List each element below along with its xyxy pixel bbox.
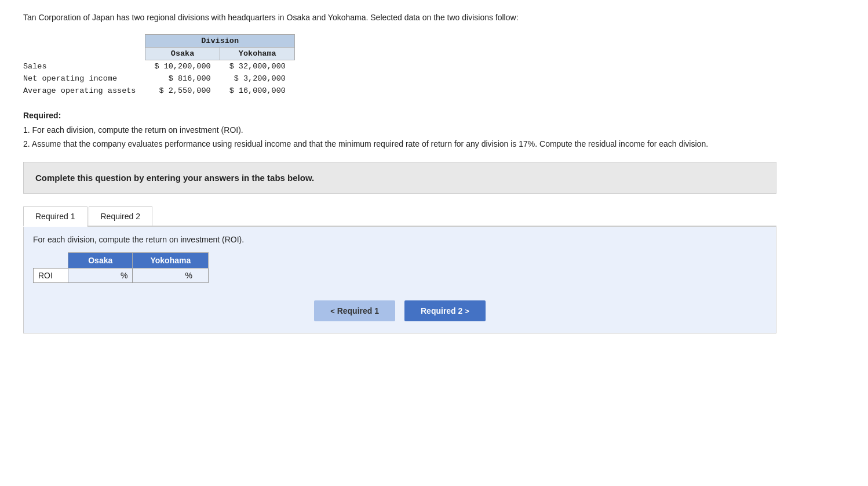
row-label-aoa: Average operating assets <box>23 85 145 97</box>
next-button[interactable]: Required 2 > <box>404 300 486 321</box>
tab-instruction: For each division, compute the return on… <box>33 235 767 244</box>
roi-row-label: ROI <box>34 268 68 282</box>
required-item-1: 1. For each division, compute the return… <box>23 124 845 137</box>
division-data-table: Division Osaka Yokohama Sales $ 10,200,0… <box>23 34 295 97</box>
roi-yokohama-cell: % <box>133 268 209 282</box>
division-header: Division <box>145 35 294 48</box>
roi-row: ROI % % <box>34 268 209 282</box>
aoa-yokohama: $ 16,000,000 <box>220 85 295 97</box>
prev-button[interactable]: < Required 1 <box>314 300 395 321</box>
tabs-container: Required 1 Required 2 <box>23 205 776 227</box>
complete-box: Complete this question by entering your … <box>23 162 776 194</box>
percent-osaka: % <box>121 271 127 280</box>
row-label-noi: Net operating income <box>23 72 145 85</box>
noi-osaka: $ 816,000 <box>145 72 220 85</box>
aoa-osaka: $ 2,550,000 <box>145 85 220 97</box>
percent-yokohama: % <box>185 271 192 280</box>
sales-osaka: $ 10,200,000 <box>145 60 220 73</box>
sales-yokohama: $ 32,000,000 <box>220 60 295 73</box>
required-item-2: 2. Assume that the company evaluates per… <box>23 137 845 151</box>
tab-required-1[interactable]: Required 1 <box>23 206 87 227</box>
yokohama-col-header: Yokohama <box>220 48 295 60</box>
answer-table-empty-header <box>34 252 68 268</box>
answer-col-osaka: Osaka <box>68 252 133 268</box>
noi-yokohama: $ 3,200,000 <box>220 72 295 85</box>
prev-label: Required 1 <box>337 306 379 315</box>
row-label-sales: Sales <box>23 60 145 73</box>
roi-yokohama-input[interactable] <box>137 271 184 280</box>
answer-table: Osaka Yokohama ROI % % <box>33 252 209 283</box>
nav-buttons: < Required 1 Required 2 > <box>33 300 767 321</box>
table-row: Net operating income $ 816,000 $ 3,200,0… <box>23 72 295 85</box>
tab-required-2[interactable]: Required 2 <box>89 206 153 226</box>
required-label: Required: <box>23 111 845 120</box>
roi-osaka-input[interactable] <box>73 271 119 280</box>
required-section: Required: 1. For each division, compute … <box>23 111 845 151</box>
roi-osaka-cell: % <box>68 268 133 282</box>
next-chevron: > <box>465 307 469 315</box>
intro-text: Tan Corporation of Japan has two regiona… <box>23 12 776 24</box>
tab-content-required-1: For each division, compute the return on… <box>23 227 776 333</box>
prev-chevron: < <box>330 307 335 315</box>
osaka-col-header: Osaka <box>145 48 220 60</box>
answer-col-yokohama: Yokohama <box>133 252 209 268</box>
table-row: Sales $ 10,200,000 $ 32,000,000 <box>23 60 295 73</box>
next-label: Required 2 <box>421 306 462 315</box>
table-row: Average operating assets $ 2,550,000 $ 1… <box>23 85 295 97</box>
